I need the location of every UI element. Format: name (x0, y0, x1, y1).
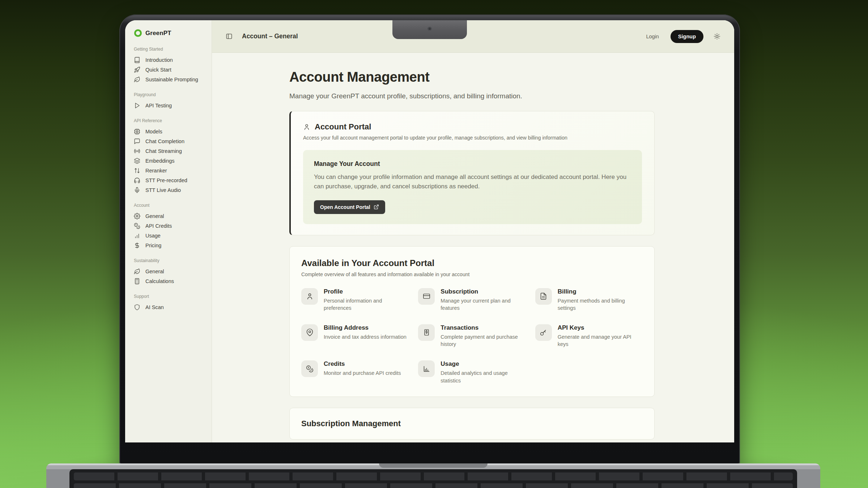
feature-item-billing: Billing Payment methods and billing sett… (535, 288, 643, 312)
feature-description: Monitor and purchase API credits (324, 369, 401, 377)
feature-title: API Keys (558, 324, 643, 331)
sidebar-item-label: Chat Streaming (145, 148, 182, 154)
page-header: Account – General Login Signup (212, 20, 734, 53)
laptop-camera (428, 27, 432, 31)
credit-card-icon (423, 292, 430, 300)
feature-text: Subscription Manage your current plan an… (441, 288, 526, 312)
sidebar-item-introduction[interactable]: Introduction (134, 55, 206, 65)
bar-chart-icon (134, 232, 140, 239)
sidebar-section-playground: Playground (134, 92, 206, 97)
sidebar-item-pricing[interactable]: Pricing (134, 240, 206, 250)
panel-left-icon (226, 33, 233, 40)
portal-features-card: Available in Your Account Portal Complet… (289, 246, 655, 397)
sidebar-item-api-credits[interactable]: API Credits (134, 221, 206, 231)
dollar-icon (134, 242, 140, 249)
feature-item-credits: Credits Monitor and purchase API credits (301, 360, 409, 384)
feature-icon-box (535, 324, 552, 341)
sidebar-item-stt-live-audio[interactable]: STT Live Audio (134, 185, 206, 195)
sidebar-item-reranker[interactable]: Reranker (134, 166, 206, 175)
sidebar-item-label: Pricing (145, 243, 161, 248)
account-portal-title-row: Account Portal (303, 122, 642, 132)
feature-icon-box (301, 360, 318, 377)
user-icon (303, 123, 310, 130)
sidebar-item-ai-scan[interactable]: AI Scan (134, 302, 206, 312)
feature-item-api-keys: API Keys Generate and manage your API ke… (535, 324, 643, 348)
feature-item-usage: Usage Detailed analytics and usage stati… (418, 360, 526, 384)
feature-title: Billing (558, 288, 643, 295)
laptop-keyboard-deck (46, 463, 820, 488)
feature-item-subscription: Subscription Manage your current plan an… (418, 288, 526, 312)
feature-description: Complete payment and purchase history (441, 333, 526, 348)
sidebar-item-label: Sustainable Prompting (145, 77, 198, 82)
laptop-frame: GreenPT Getting Started Introduction Qui… (119, 14, 740, 464)
sidebar-section-support: Support (134, 294, 206, 299)
feature-icon-box (418, 288, 435, 305)
file-text-icon (540, 292, 547, 300)
cpu-icon (134, 128, 140, 135)
shield-icon (134, 304, 140, 311)
manage-account-panel: Manage Your Account You can change your … (303, 150, 642, 224)
sidebar-item-label: Reranker (145, 168, 167, 174)
subscription-management-card: Subscription Management (289, 408, 655, 440)
book-icon (134, 57, 140, 63)
arrows-up-down-icon (134, 167, 140, 174)
login-button[interactable]: Login (644, 33, 661, 40)
account-portal-title: Account Portal (315, 122, 371, 132)
map-pin-icon (306, 329, 314, 336)
subscription-management-title: Subscription Management (301, 419, 643, 428)
open-account-portal-button[interactable]: Open Account Portal (314, 200, 385, 214)
sidebar-item-label: STT Pre-recorded (145, 177, 187, 183)
sidebar-item-chat-completion[interactable]: Chat Completion (134, 136, 206, 146)
sidebar-item-sustainability-general[interactable]: General (134, 266, 206, 276)
features-card-subtitle: Complete overview of all features and in… (301, 271, 643, 277)
sidebar-item-stt-pre-recorded[interactable]: STT Pre-recorded (134, 175, 206, 185)
theme-toggle-button[interactable] (714, 33, 720, 40)
sidebar-item-models[interactable]: Models (134, 127, 206, 136)
sidebar-section-getting-started: Getting Started (134, 47, 206, 52)
sidebar-item-label: Usage (145, 233, 161, 239)
sidebar-item-quick-start[interactable]: Quick Start (134, 65, 206, 74)
sidebar-item-label: AI Scan (145, 304, 164, 310)
sidebar-item-account-general[interactable]: General (134, 211, 206, 221)
play-icon (134, 102, 140, 109)
page-body: Account Management Manage your GreenPT a… (212, 53, 734, 440)
feature-text: Billing Payment methods and billing sett… (558, 288, 643, 312)
brand-logo[interactable]: GreenPT (134, 29, 206, 37)
radio-icon (134, 148, 140, 154)
sidebar-item-chat-streaming[interactable]: Chat Streaming (134, 146, 206, 156)
sidebar-item-sustainable-prompting[interactable]: Sustainable Prompting (134, 74, 206, 84)
sidebar-item-label: API Testing (145, 103, 172, 108)
manage-account-body: You can change your profile information … (314, 172, 631, 192)
feature-description: Manage your current plan and features (441, 297, 526, 312)
feature-description: Generate and manage your API keys (558, 333, 643, 348)
leaf-icon (134, 76, 140, 83)
message-icon (134, 138, 140, 145)
manage-account-title: Manage Your Account (314, 160, 631, 168)
sidebar-item-embeddings[interactable]: Embeddings (134, 156, 206, 166)
rocket-icon (134, 67, 140, 73)
sidebar-item-usage[interactable]: Usage (134, 231, 206, 240)
external-link-icon (374, 204, 379, 210)
signup-button[interactable]: Signup (671, 30, 703, 43)
greenpt-logo-icon (134, 29, 142, 37)
feature-title: Credits (324, 360, 401, 368)
user-icon (306, 292, 314, 300)
feature-icon-box (418, 360, 435, 377)
feature-title: Transactions (441, 324, 526, 331)
sidebar-item-label: General (145, 269, 164, 274)
sidebar-toggle-button[interactable] (226, 33, 233, 40)
sidebar: GreenPT Getting Started Introduction Qui… (125, 20, 212, 442)
sidebar-section-api-reference: API Reference (134, 118, 206, 123)
sidebar-item-calculations[interactable]: Calculations (134, 276, 206, 286)
sidebar-item-label: Embeddings (145, 158, 175, 164)
brand-name: GreenPT (145, 30, 171, 37)
feature-title: Usage (441, 360, 526, 368)
breadcrumb-title: Account – General (242, 33, 298, 40)
feature-item-profile: Profile Personal information and prefere… (301, 288, 409, 312)
feature-icon-box (418, 324, 435, 341)
open-account-portal-label: Open Account Portal (320, 204, 370, 210)
gear-icon (134, 213, 140, 219)
sidebar-item-api-testing[interactable]: API Testing (134, 100, 206, 110)
sidebar-item-label: Models (145, 129, 162, 134)
sidebar-item-label: General (145, 213, 164, 219)
